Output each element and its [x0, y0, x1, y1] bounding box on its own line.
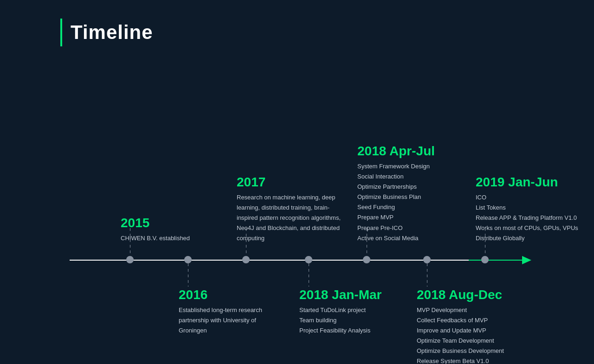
- list-item: Improve and Update MVP: [417, 326, 528, 336]
- event-block-evt-2019jan: 2019 Jan-JunICOList TokensRelease APP & …: [476, 175, 594, 243]
- event-content-evt-2019jan: ICOList TokensRelease APP & Trading Plat…: [476, 192, 594, 243]
- list-item: MVP Development: [417, 305, 528, 315]
- list-item: Research on machine learning, deep learn…: [237, 192, 343, 243]
- timeline-line: [70, 260, 524, 261]
- dashed-line-below-evt-2016: [188, 263, 188, 287]
- page-container: Timeline 2015CHIWEN B.V. established2017…: [0, 0, 594, 364]
- list-item: Optimize Partnerships: [357, 182, 455, 192]
- node-evt-2015: [126, 256, 134, 263]
- dashed-line-above-evt-2015: [130, 228, 130, 256]
- list-item: Optimize Business Plan: [357, 192, 455, 202]
- year-label-evt-2016: 2016: [179, 287, 276, 302]
- year-label-evt-2018jan: 2018 Jan-Mar: [299, 287, 397, 302]
- list-item: Seed Funding: [357, 202, 455, 212]
- list-item: Works on most of CPUs, GPUs, VPUs: [476, 223, 594, 233]
- event-content-evt-2018jan: Started TuDoLink projectTeam buildingPro…: [299, 305, 397, 336]
- event-block-evt-2018jan: 2018 Jan-MarStarted TuDoLink projectTeam…: [299, 287, 397, 336]
- node-evt-2016: [184, 256, 192, 263]
- list-item: System Framework Design: [357, 161, 455, 172]
- event-content-evt-2016: Established long-term research partnersh…: [179, 305, 276, 336]
- node-evt-2018aug: [423, 256, 431, 263]
- dashed-line-above-evt-2018apr: [367, 228, 367, 256]
- timeline-line-green: [469, 260, 524, 261]
- year-label-evt-2018aug: 2018 Aug-Dec: [417, 287, 528, 302]
- year-label-evt-2018apr: 2018 Apr-Jul: [357, 144, 455, 159]
- year-label-evt-2015: 2015: [121, 216, 204, 230]
- list-item: Distribute Globally: [476, 233, 594, 243]
- timeline-arrow-icon: [522, 256, 531, 264]
- year-label-evt-2019jan: 2019 Jan-Jun: [476, 175, 594, 190]
- event-content-evt-2018apr: System Framework DesignSocial Interactio…: [357, 161, 455, 243]
- dashed-line-below-evt-2018jan: [309, 263, 309, 287]
- node-evt-2018jan: [305, 256, 312, 263]
- list-item: Prepare MVP: [357, 212, 455, 223]
- year-label-evt-2017: 2017: [237, 175, 343, 190]
- node-evt-2018apr: [363, 256, 370, 263]
- dashed-line-above-evt-2017: [246, 228, 246, 256]
- list-item: Release System Beta V1.0: [417, 356, 528, 364]
- list-item: Project Feasibility Analysis: [299, 326, 397, 336]
- event-block-evt-2017: 2017Research on machine learning, deep l…: [237, 175, 343, 243]
- timeline-wrapper: 2015CHIWEN B.V. established2017Research …: [60, 74, 534, 352]
- event-block-evt-2016: 2016Established long-term research partn…: [179, 287, 276, 336]
- list-item: ICO: [476, 192, 594, 203]
- list-item: Social Interaction: [357, 172, 455, 182]
- list-item: Established long-term research partnersh…: [179, 305, 276, 336]
- event-content-evt-2015: CHIWEN B.V. established: [121, 233, 204, 243]
- title-wrapper: Timeline: [60, 19, 534, 46]
- node-evt-2019jan: [481, 256, 489, 263]
- event-content-evt-2018aug: MVP DevelopmentCollect Feedbacks of MVPI…: [417, 305, 528, 364]
- list-item: Active on Social Media: [357, 233, 455, 243]
- list-item: Optimize Team Development: [417, 336, 528, 346]
- dashed-line-below-evt-2018aug: [427, 263, 427, 287]
- node-evt-2017: [242, 256, 250, 263]
- list-item: Started TuDoLink project: [299, 305, 397, 315]
- list-item: Team building: [299, 315, 397, 326]
- dashed-line-above-evt-2019jan: [485, 228, 485, 256]
- list-item: Prepare Pre-ICO: [357, 223, 455, 233]
- event-block-evt-2018apr: 2018 Apr-JulSystem Framework DesignSocia…: [357, 144, 455, 243]
- list-item: Optimize Business Development: [417, 346, 528, 356]
- list-item: Collect Feedbacks of MVP: [417, 315, 528, 326]
- list-item: Release APP & Trading Platform V1.0: [476, 213, 594, 223]
- event-block-evt-2018aug: 2018 Aug-DecMVP DevelopmentCollect Feedb…: [417, 287, 528, 364]
- page-title: Timeline: [71, 21, 153, 44]
- list-item: List Tokens: [476, 203, 594, 213]
- title-bar: [60, 19, 62, 46]
- list-item: CHIWEN B.V. established: [121, 233, 204, 243]
- event-block-evt-2015: 2015CHIWEN B.V. established: [121, 216, 204, 243]
- event-content-evt-2017: Research on machine learning, deep learn…: [237, 192, 343, 243]
